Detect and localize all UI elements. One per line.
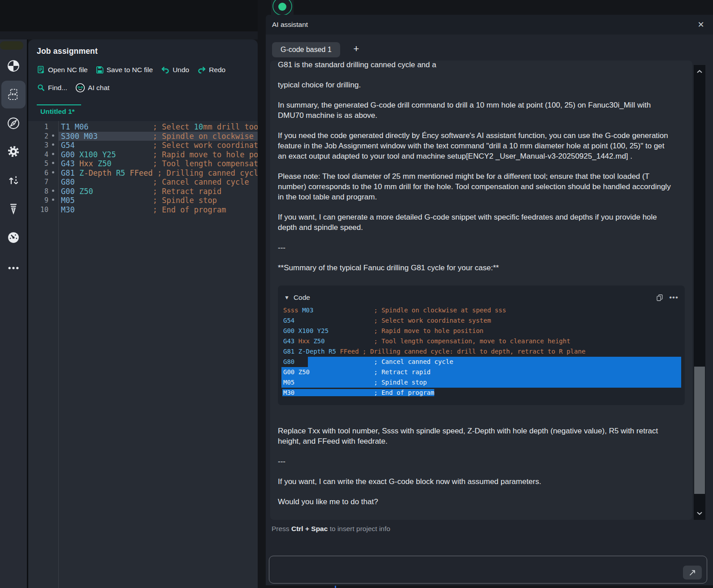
hint-pre: Press xyxy=(272,525,291,532)
scroll-up-icon[interactable] xyxy=(694,66,705,78)
modified-dot xyxy=(52,199,54,201)
redo-label: Redo xyxy=(209,66,225,74)
robot-face-icon xyxy=(75,82,86,93)
editor-line[interactable]: 9M05 ; Spindle stop xyxy=(28,196,258,205)
close-icon[interactable]: ✕ xyxy=(695,19,707,30)
ai-launcher-icon xyxy=(271,0,294,15)
reorder-arrows-icon xyxy=(7,173,20,187)
copy-icon[interactable] xyxy=(656,294,664,302)
code-line[interactable]: G54 ; Select work coordinate system xyxy=(282,316,680,326)
more-options-icon[interactable]: ••• xyxy=(669,295,678,300)
code-line[interactable]: G00 X100 Y25 ; Rapid move to hole positi… xyxy=(282,326,680,336)
code-line[interactable]: G00 Z50 ; Retract rapid xyxy=(282,367,680,377)
modified-dot xyxy=(52,190,54,192)
drill-bit-icon xyxy=(7,202,20,216)
send-button[interactable] xyxy=(683,566,702,579)
ai-assistant-title: AI assistant xyxy=(272,21,308,29)
collapse-caret-icon[interactable]: ▼ xyxy=(284,294,290,301)
editor-line[interactable]: 1T1 M06 ; Select 10mm drill tool xyxy=(28,122,258,132)
chat-paragraph: G81 is the standard drilling canned cycl… xyxy=(278,61,672,70)
sidebar-item-navigation[interactable] xyxy=(4,114,23,133)
chat-paragraph: **Summary of the typical Fanuc drilling … xyxy=(278,263,672,273)
chat-paragraph: If you want, I can generate a more detai… xyxy=(278,212,672,233)
chat-paragraph: --- xyxy=(278,242,672,253)
compass-icon xyxy=(7,117,20,130)
editor-line[interactable]: 6G81 Z-Depth R5 FFeed ; Drilling canned … xyxy=(28,169,258,178)
chat-paragraph: Would you like me to do that? xyxy=(278,497,672,507)
sidebar-item-reorder[interactable] xyxy=(4,171,23,190)
chat-messages-after: Replace Txx with tool number, Ssss with … xyxy=(278,426,672,507)
chat-messages-before: G81 is the standard drilling canned cycl… xyxy=(278,61,672,273)
modified-dot xyxy=(52,134,54,137)
left-sidebar xyxy=(0,39,27,588)
sidebar-item-drill-tool[interactable] xyxy=(4,199,23,218)
tab-gcode-based-1[interactable]: G-code based 1 xyxy=(272,42,340,57)
code-block-header: ▼ Code ••• xyxy=(282,290,680,305)
editor-line[interactable]: 4G00 X100 Y25 ; Rapid move to hole posit… xyxy=(28,150,258,160)
send-arrow-icon xyxy=(687,568,697,578)
sidebar-item-settings[interactable] xyxy=(4,142,23,161)
find-button[interactable]: Find... xyxy=(37,83,67,92)
save-nc-file-button[interactable]: Save to NC file xyxy=(95,65,153,74)
sidebar-item-workpiece[interactable] xyxy=(4,56,23,75)
sidebar-item-selection[interactable] xyxy=(4,85,23,104)
top-strip xyxy=(0,31,258,39)
editor-line[interactable]: 10M30 ; End of program xyxy=(28,205,258,215)
chat-paragraph: typical choice for drilling. xyxy=(278,80,672,90)
ai-assistant-launcher[interactable] xyxy=(271,0,294,15)
chat-paragraph: In summary, the generated G-code drill c… xyxy=(278,100,672,121)
code-line[interactable]: G80 ; Cancel canned cycle xyxy=(282,357,680,367)
code-line[interactable]: M05 ; Spindle stop xyxy=(282,377,680,388)
chat-input[interactable] xyxy=(273,559,667,580)
chat-paragraph: Replace Txx with tool number, Ssss with … xyxy=(278,426,672,446)
document-tab[interactable]: Untitled 1* xyxy=(40,108,75,116)
editor-line[interactable]: 2S300 M03 ; Spindle on clockwise xyxy=(28,132,258,141)
sidebar-item-simulation[interactable] xyxy=(4,228,23,247)
chat-paragraph: Please note: The tool diameter of 25 mm … xyxy=(278,171,672,202)
search-icon xyxy=(37,83,46,92)
find-label: Find... xyxy=(48,84,67,92)
code-line[interactable]: G81 Z-Depth R5 FFeed ; Drilling canned c… xyxy=(282,346,680,357)
gear-icon xyxy=(7,145,20,158)
open-nc-file-button[interactable]: Open NC file xyxy=(37,65,88,74)
code-line[interactable]: Ssss M03 ; Spindle on clockwise at speed… xyxy=(282,305,680,316)
new-tab-button[interactable]: + xyxy=(350,43,362,55)
gcode-editor-lines: 1T1 M06 ; Select 10mm drill tool2S300 M0… xyxy=(28,122,258,214)
code-block[interactable]: ▼ Code ••• Ssss M03 ; Spindle on clockwi… xyxy=(278,285,685,405)
undo-icon xyxy=(160,65,170,74)
modified-dot xyxy=(52,153,54,155)
save-icon xyxy=(95,65,104,74)
code-line[interactable]: G43 Hxx Z50 ; Tool length compensation, … xyxy=(282,336,680,346)
code-block-label: Code xyxy=(294,294,310,302)
editor-line[interactable]: 7G80 ; Cancel canned cycle xyxy=(28,177,258,187)
chat-input-container xyxy=(269,556,707,584)
scrollbar-thumb[interactable] xyxy=(694,367,705,494)
code-line[interactable]: M30 ; End of program xyxy=(282,388,680,398)
editor-line[interactable]: 3G54 ; Select work coordinate system xyxy=(28,141,258,150)
ai-chat-button[interactable]: AI chat xyxy=(75,82,109,93)
job-assignment-panel: Job assignment Open NC file Save to NC f… xyxy=(28,39,258,588)
gauge-icon xyxy=(7,231,20,244)
ai-assistant-panel: AI assistant ✕ G-code based 1 + G81 is t… xyxy=(266,15,713,585)
top-toolbar-area xyxy=(0,0,258,31)
shortcut-hint: Press Ctrl + Spac to insert project info xyxy=(272,525,390,533)
editor-line[interactable]: 5G43 Hxx Z50 ; Tool length compensation,… xyxy=(28,159,258,169)
chat-scrollbar[interactable] xyxy=(694,65,705,520)
save-nc-file-label: Save to NC file xyxy=(107,66,153,74)
open-file-icon xyxy=(37,65,46,74)
undo-button[interactable]: Undo xyxy=(160,65,189,74)
sidebar-item-more[interactable] xyxy=(4,259,23,277)
chat-paragraph: If you need the code generated directly … xyxy=(278,130,672,161)
ai-chat-label: AI chat xyxy=(88,84,109,92)
gcode-editor[interactable]: 1T1 M06 ; Select 10mm drill tool2S300 M0… xyxy=(28,121,258,588)
modified-dot xyxy=(52,143,54,146)
editor-line[interactable]: 8G00 Z50 ; Retract rapid xyxy=(28,187,258,196)
modified-dot xyxy=(52,171,54,173)
chat-scroll-area[interactable]: G81 is the standard drilling canned cycl… xyxy=(270,61,692,520)
redo-button[interactable]: Redo xyxy=(197,65,225,74)
redo-icon xyxy=(197,65,207,74)
scroll-down-icon[interactable] xyxy=(694,507,705,519)
marquee-select-icon xyxy=(7,87,20,101)
open-nc-file-label: Open NC file xyxy=(48,66,88,74)
modified-dot xyxy=(52,162,54,164)
